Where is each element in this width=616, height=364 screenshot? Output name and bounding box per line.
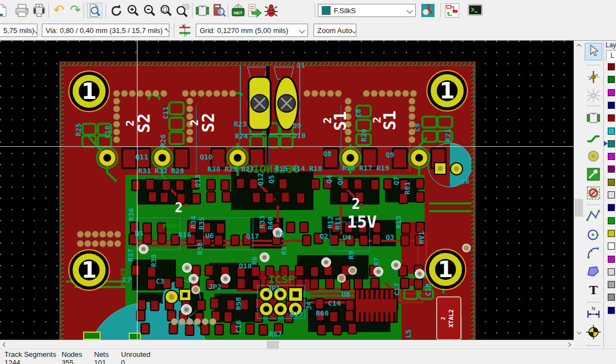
add-keepout-icon[interactable] <box>586 185 601 201</box>
pcb-designator[interactable]: R15 <box>275 164 288 173</box>
pcb-designator[interactable]: U5 <box>135 229 144 238</box>
layer-swatch[interactable] <box>608 256 615 263</box>
pcb-designator[interactable]: R37 <box>127 249 135 261</box>
add-dimension-icon[interactable]: N <box>586 305 601 321</box>
pcb-designator[interactable]: R38 <box>196 242 204 255</box>
undo-icon[interactable]: ↶ <box>51 3 67 18</box>
pcb-designator[interactable]: R61 <box>403 181 411 195</box>
zoom-dropdown[interactable]: Zoom Auto <box>314 24 356 37</box>
layer-selector-dropdown[interactable]: F.SilkS <box>318 4 416 17</box>
zoom-selection-icon[interactable] <box>175 3 190 18</box>
pcb-designator[interactable]: R24 <box>235 132 248 140</box>
redraw-icon[interactable] <box>109 3 124 18</box>
pcb-designator[interactable]: C17 <box>393 283 401 295</box>
layer-swatch[interactable] <box>608 76 615 83</box>
pcb-designator[interactable]: R35 <box>197 217 206 229</box>
layer-swatch[interactable] <box>608 281 615 288</box>
grid-dropdown[interactable]: Grid: 0,1270 mm (5,00 mils) <box>196 24 308 37</box>
pcb-designator[interactable]: C9 <box>413 123 421 132</box>
pcb-designator[interactable]: C14 <box>328 299 341 307</box>
track-width-dropdown[interactable]: 5,75 mils) <box>0 24 37 37</box>
pcb-designator[interactable]: C18 <box>424 283 432 296</box>
pcb-drawing[interactable]: 1111 2S22S22S12S12215VXTAL22SELENOIDICSP… <box>0 41 574 340</box>
footprint-mode-icon[interactable] <box>195 3 210 18</box>
pcb-designator[interactable]: Q13 <box>194 174 202 187</box>
pcb-designator[interactable]: RV1 <box>417 231 426 244</box>
pcb-designator[interactable]: R57 <box>269 330 282 338</box>
pcb-designator[interactable]: U3 <box>276 231 284 239</box>
pcb-canvas[interactable]: 1111 2S22S22S12S12215VXTAL22SELENOIDICSP… <box>0 41 574 340</box>
route-tracks-icon[interactable] <box>586 130 601 146</box>
pcb-designator[interactable]: U4 <box>343 233 351 241</box>
add-zone-icon[interactable] <box>586 167 601 182</box>
add-layer-target-icon[interactable] <box>586 324 601 340</box>
add-footprint-icon[interactable] <box>586 110 601 125</box>
add-arc-icon[interactable] <box>586 245 601 261</box>
pcb-designator[interactable]: R21 <box>444 129 452 142</box>
pcb-designator[interactable]: R40 <box>266 217 274 230</box>
pcb-designator[interactable]: R14 <box>292 164 305 173</box>
redo-icon[interactable]: ↷ <box>68 3 83 18</box>
u8-ic[interactable] <box>355 289 397 322</box>
pcb-designator[interactable]: Q12 <box>256 173 265 185</box>
pcb-designator[interactable]: Q4 <box>325 175 333 184</box>
via-track-colors-icon[interactable] <box>420 3 436 18</box>
pcb-designator[interactable]: R28 <box>171 167 184 175</box>
layer-swatch[interactable] <box>608 140 615 147</box>
pcb-designator[interactable]: U8 <box>342 290 350 299</box>
pcb-designator[interactable]: R13 <box>394 216 403 228</box>
layer-swatch[interactable] <box>608 179 615 186</box>
layer-swatch[interactable] <box>608 294 615 301</box>
add-circle-icon[interactable] <box>586 227 601 242</box>
pcb-designator[interactable]: R33 <box>258 216 266 228</box>
scripting-console-icon[interactable] <box>468 3 483 18</box>
zoom-out-icon[interactable] <box>142 3 157 18</box>
layer-swatch[interactable] <box>608 153 615 160</box>
pcb-designator[interactable]: Q16 <box>178 230 191 239</box>
pcb-silkscreen-text[interactable]: 2 <box>441 317 446 319</box>
pcb-designator[interactable]: D17 <box>290 310 302 318</box>
plot-icon[interactable] <box>31 3 47 18</box>
pcb-designator[interactable]: R16 <box>342 164 355 172</box>
pcb-designator[interactable]: C8 <box>354 109 362 118</box>
layer-swatch[interactable] <box>608 242 615 250</box>
zoom-in-icon[interactable] <box>125 3 141 18</box>
footprint-browser-icon[interactable] <box>211 3 227 18</box>
pcb-designator[interactable]: Q3 <box>386 233 394 241</box>
pcb-designator[interactable]: C16 <box>234 320 243 333</box>
pcb-silkscreen-text[interactable]: S1 <box>380 111 399 130</box>
pcb-designator[interactable]: D10 <box>293 131 306 140</box>
pcb-designator[interactable]: Q6 <box>336 177 344 185</box>
pcb-designator[interactable]: R36 <box>127 208 135 221</box>
pcb-designator[interactable]: Q17 <box>246 232 258 240</box>
local-ratsnest-icon[interactable] <box>586 88 601 103</box>
pcb-silkscreen-text[interactable]: 2 <box>351 196 360 212</box>
scroll-right-icon[interactable] <box>564 340 573 349</box>
pcb-designator[interactable]: R20 <box>360 129 368 142</box>
pcb-designator[interactable]: U6 <box>205 231 214 240</box>
pcb-designator[interactable]: R12 <box>326 216 334 228</box>
layer-swatch[interactable] <box>608 307 615 314</box>
pcb-designator[interactable]: R27 <box>241 165 254 173</box>
pcb-designator[interactable]: Q9 <box>386 151 394 159</box>
pcb-designator[interactable]: R26 <box>159 134 167 147</box>
layer-swatch[interactable] <box>608 128 615 135</box>
select-cursor-icon[interactable] <box>585 43 602 60</box>
pcb-designator[interactable]: R30 <box>207 165 221 173</box>
pcb-designator[interactable]: R23 <box>234 120 246 128</box>
pcb-designator[interactable]: R34 <box>189 216 197 229</box>
layer-swatch[interactable] <box>608 114 615 122</box>
pcb-designator[interactable]: R39 <box>150 254 158 267</box>
vertical-scrollbar[interactable] <box>574 41 584 337</box>
pcb-silkscreen-text[interactable]: 15V <box>347 212 377 231</box>
pcb-designator[interactable]: J1 <box>296 61 305 69</box>
pcb-designator[interactable]: R8 <box>280 246 288 255</box>
pcb-designator[interactable]: J4 <box>305 301 313 310</box>
pcb-designator[interactable]: R25 <box>74 123 82 136</box>
pcb-designator[interactable]: C3 <box>156 277 164 285</box>
pcb-designator[interactable]: R31 <box>138 167 151 175</box>
layer-swatch[interactable] <box>608 204 615 211</box>
pcb-designator[interactable]: R11 <box>334 217 342 230</box>
pcb-designator[interactable]: R29 <box>224 165 237 173</box>
pcb-designator[interactable]: R18 <box>309 164 322 173</box>
